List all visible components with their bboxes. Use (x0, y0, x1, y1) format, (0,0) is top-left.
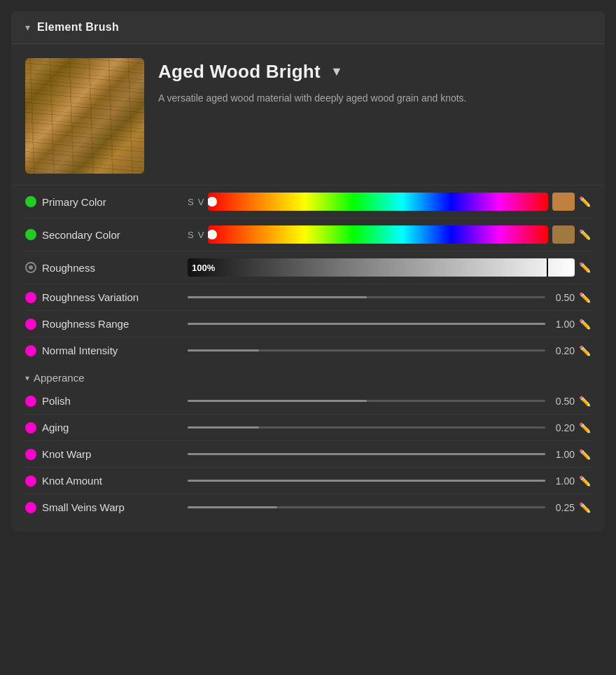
knot-warp-edit-icon[interactable]: ✏️ (579, 449, 591, 460)
property-row-normal-intensity: Normal Intensity 0.20 ✏️ (25, 338, 591, 363)
secondary-color-swatch[interactable] (552, 225, 575, 244)
knot-warp-slider[interactable] (188, 453, 545, 455)
normal-intensity-controls: 0.20 ✏️ (188, 345, 591, 356)
knot-amount-value: 1.00 (550, 475, 575, 487)
knot-amount-indicator (25, 475, 36, 487)
aging-indicator (25, 422, 36, 433)
property-row-roughness: Roughness 100% ✏️ (25, 251, 591, 284)
roughness-range-controls: 1.00 ✏️ (188, 319, 591, 330)
roughness-variation-slider[interactable] (188, 296, 545, 298)
aging-controls: 0.20 ✏️ (188, 422, 591, 433)
roughness-variation-indicator (25, 292, 36, 303)
secondary-color-label: Secondary Color (42, 229, 182, 241)
material-section: Aged Wood Bright ▼ A versatile aged wood… (11, 44, 605, 186)
roughness-slider[interactable]: 100% (188, 258, 575, 277)
normal-intensity-indicator (25, 345, 36, 356)
property-row-roughness-range: Roughness Range 1.00 ✏️ (25, 311, 591, 338)
polish-controls: 0.50 ✏️ (188, 396, 591, 407)
roughness-range-indicator (25, 319, 36, 330)
secondary-color-edit-icon[interactable]: ✏️ (579, 229, 591, 240)
panel-title: Element Brush (37, 21, 119, 34)
appearance-header-label: Apperance (34, 372, 85, 384)
material-description: A versatile aged wood material with deep… (158, 91, 591, 106)
roughness-range-value: 1.00 (550, 319, 575, 330)
appearance-section: ▾ Apperance Polish 0.50 ✏️ Aging (11, 363, 605, 520)
roughness-edit-icon[interactable]: ✏️ (579, 262, 591, 273)
polish-edit-icon[interactable]: ✏️ (579, 396, 591, 407)
property-row-primary-color: Primary Color S V ✏️ (25, 186, 591, 218)
roughness-value-label: 100% (192, 263, 215, 273)
normal-intensity-slider[interactable] (188, 349, 545, 352)
panel-header: ▾ Element Brush (11, 11, 605, 44)
element-brush-panel: ▾ Element Brush Aged Wood Bright ▼ A ver… (11, 11, 605, 531)
appearance-chevron-icon: ▾ (25, 373, 29, 383)
property-row-small-veins-warp: Small Veins Warp 0.25 ✏️ (25, 494, 591, 520)
material-name: Aged Wood Bright (158, 61, 321, 83)
material-name-row: Aged Wood Bright ▼ (158, 61, 591, 83)
knot-amount-label: Knot Amount (42, 475, 182, 487)
roughness-variation-edit-icon[interactable]: ✏️ (579, 292, 591, 303)
knot-amount-slider[interactable] (188, 480, 545, 482)
primary-hue-slider[interactable] (208, 193, 548, 211)
properties-section: Primary Color S V ✏️ Secondary Color S V (11, 186, 605, 363)
polish-value: 0.50 (550, 396, 575, 407)
roughness-indicator (25, 262, 36, 273)
knot-warp-controls: 1.00 ✏️ (188, 449, 591, 460)
small-veins-warp-indicator (25, 502, 36, 513)
aging-slider[interactable] (188, 426, 545, 429)
normal-intensity-label: Normal Intensity (42, 345, 182, 356)
secondary-color-controls: S V ✏️ (188, 225, 591, 244)
aging-value: 0.20 (550, 422, 575, 433)
roughness-variation-value: 0.50 (550, 292, 575, 303)
polish-slider[interactable] (188, 400, 545, 402)
roughness-variation-label: Roughness Variation (42, 291, 182, 303)
knot-warp-value: 1.00 (550, 449, 575, 460)
appearance-section-header[interactable]: ▾ Apperance (25, 363, 591, 388)
small-veins-warp-label: Small Veins Warp (42, 501, 182, 513)
property-row-knot-amount: Knot Amount 1.00 ✏️ (25, 468, 591, 494)
roughness-range-edit-icon[interactable]: ✏️ (579, 319, 591, 330)
polish-indicator (25, 396, 36, 407)
property-row-roughness-variation: Roughness Variation 0.50 ✏️ (25, 284, 591, 311)
aging-label: Aging (42, 422, 182, 433)
small-veins-warp-value: 0.25 (550, 502, 575, 513)
property-row-secondary-color: Secondary Color S V ✏️ (25, 218, 591, 251)
roughness-variation-controls: 0.50 ✏️ (188, 292, 591, 303)
knot-warp-indicator (25, 449, 36, 460)
primary-color-controls: S V ✏️ (188, 193, 591, 211)
property-row-polish: Polish 0.50 ✏️ (25, 388, 591, 415)
property-row-knot-warp: Knot Warp 1.00 ✏️ (25, 441, 591, 468)
small-veins-warp-slider[interactable] (188, 506, 545, 508)
normal-intensity-edit-icon[interactable]: ✏️ (579, 345, 591, 356)
primary-color-edit-icon[interactable]: ✏️ (579, 196, 591, 207)
roughness-range-label: Roughness Range (42, 318, 182, 330)
material-thumbnail (25, 58, 144, 174)
secondary-hue-slider[interactable] (208, 225, 548, 244)
material-dropdown-button[interactable]: ▼ (328, 62, 346, 82)
knot-amount-edit-icon[interactable]: ✏️ (579, 475, 591, 487)
material-info: Aged Wood Bright ▼ A versatile aged wood… (158, 58, 591, 106)
primary-v-label: V (198, 197, 204, 207)
small-veins-warp-controls: 0.25 ✏️ (188, 502, 591, 513)
knot-warp-label: Knot Warp (42, 448, 182, 460)
secondary-color-indicator (25, 229, 36, 240)
aging-edit-icon[interactable]: ✏️ (579, 422, 591, 433)
primary-color-indicator (25, 196, 36, 207)
property-row-aging: Aging 0.20 ✏️ (25, 415, 591, 441)
knot-amount-controls: 1.00 ✏️ (188, 475, 591, 487)
secondary-s-label: S (188, 230, 194, 240)
small-veins-warp-edit-icon[interactable]: ✏️ (579, 502, 591, 513)
secondary-v-label: V (198, 230, 204, 240)
roughness-controls: 100% ✏️ (188, 258, 591, 277)
primary-s-label: S (188, 197, 194, 207)
roughness-label: Roughness (42, 262, 182, 274)
roughness-range-slider[interactable] (188, 323, 545, 325)
primary-color-label: Primary Color (42, 196, 182, 208)
panel-collapse-icon[interactable]: ▾ (25, 22, 30, 33)
primary-color-swatch[interactable] (552, 193, 575, 211)
normal-intensity-value: 0.20 (550, 345, 575, 356)
polish-label: Polish (42, 395, 182, 407)
